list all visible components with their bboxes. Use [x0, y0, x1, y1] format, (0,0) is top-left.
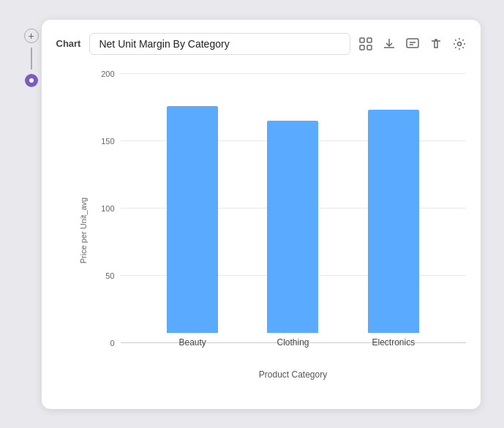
connector-line	[31, 48, 32, 70]
svg-rect-4	[407, 39, 418, 48]
y-tick-100: 100	[93, 204, 115, 213]
chart-title-input[interactable]	[89, 33, 350, 55]
bar-label-clothing: Clothing	[277, 337, 309, 348]
download-icon[interactable]	[383, 37, 396, 50]
bar-group-beauty: Beauty	[167, 106, 218, 348]
bars-container: Beauty Clothing Electronics	[121, 77, 466, 348]
y-tick-50: 50	[93, 271, 115, 280]
add-node-button[interactable]: +	[24, 29, 39, 43]
settings-icon[interactable]	[453, 37, 466, 50]
toolbar	[359, 37, 466, 50]
node-indicator	[25, 74, 38, 87]
bar-group-electronics: Electronics	[368, 110, 419, 348]
bar-beauty	[167, 106, 218, 333]
grid-view-icon[interactable]	[359, 37, 372, 50]
page-container: + Chart	[17, 5, 488, 424]
grid-line-200	[121, 73, 466, 74]
y-tick-200: 200	[93, 70, 115, 78]
chart-inner: 200 150 100 50	[93, 70, 466, 348]
y-tick-150: 150	[93, 137, 115, 146]
bar-label-electronics: Electronics	[372, 337, 415, 348]
chart-card: Chart	[42, 20, 481, 409]
y-tick-0: 0	[93, 339, 115, 348]
left-controls: +	[24, 20, 39, 87]
svg-rect-3	[367, 45, 372, 50]
bar-group-clothing: Clothing	[267, 121, 318, 348]
x-axis-label: Product Category	[121, 369, 466, 380]
card-header: Chart	[56, 33, 466, 55]
svg-rect-1	[367, 38, 372, 42]
bar-label-beauty: Beauty	[178, 337, 206, 348]
comment-icon[interactable]	[406, 37, 419, 50]
delete-icon[interactable]	[429, 37, 443, 50]
svg-rect-2	[360, 45, 364, 50]
chart-label: Chart	[56, 38, 81, 49]
bar-electronics	[368, 110, 419, 333]
y-axis-label: Price per Unit_avg	[79, 197, 88, 263]
chart-area: Price per Unit_avg 200 150 100	[56, 70, 466, 391]
svg-rect-0	[360, 38, 364, 42]
bar-clothing	[267, 121, 318, 333]
svg-point-5	[457, 42, 461, 45]
